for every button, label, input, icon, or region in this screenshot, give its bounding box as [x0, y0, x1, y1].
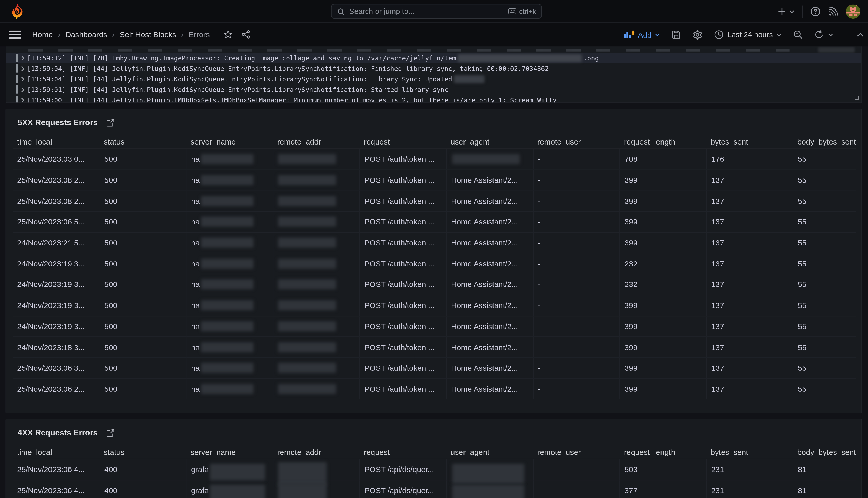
zoom-out-time-button[interactable]	[794, 30, 803, 40]
cell-remote-addr	[273, 379, 360, 399]
table-row[interactable]: 25/Nov/2023:06:4... 400 grafa POST /api/…	[13, 459, 856, 480]
dashboard-settings-button[interactable]	[693, 29, 703, 40]
column-header[interactable]: time_local	[13, 137, 99, 146]
expand-chevron-icon[interactable]	[21, 76, 24, 82]
cell-user-agent: Home Assistant/2...	[446, 170, 533, 190]
cell-user-agent: Home Assistant/2...	[446, 295, 533, 315]
menu-hamburger-icon[interactable]	[10, 30, 21, 39]
save-dashboard-button[interactable]	[672, 30, 681, 40]
panel-header[interactable]: 4XX Requests Errors	[6, 419, 861, 445]
breadcrumb: Home › Dashboards › Self Host Blocks › E…	[32, 30, 250, 39]
table-row[interactable]: 25/Nov/2023:06:4... 400 grafa POST /api/…	[13, 480, 856, 498]
column-header[interactable]: server_name	[186, 137, 273, 146]
column-header[interactable]: body_bytes_sent	[793, 447, 856, 456]
log-row[interactable]: [13:59:12] [INF] [70] Emby.Drawing.Image…	[6, 53, 861, 63]
cell-remote-user: -	[533, 170, 620, 190]
expand-chevron-icon[interactable]	[21, 97, 24, 103]
refresh-controls	[814, 30, 833, 40]
expand-chevron-icon[interactable]	[21, 66, 24, 71]
favorite-star-button[interactable]	[224, 30, 233, 39]
cell-time-local: 25/Nov/2023:06:5...	[13, 212, 99, 232]
log-row[interactable]: [13:59:01] [INF] [44] Jellyfin.Plugin.Ko…	[6, 84, 861, 95]
cell-request: POST /auth/token ...	[360, 233, 446, 253]
column-header[interactable]: remote_user	[533, 447, 620, 456]
breadcrumb-dashboards[interactable]: Dashboards	[65, 30, 107, 39]
column-header[interactable]: request_length	[620, 137, 706, 146]
column-header[interactable]: remote_addr	[273, 447, 360, 456]
panel-5xx-errors: 5XX Requests Errors time_localstatusserv…	[6, 108, 862, 413]
cell-status: 500	[99, 149, 186, 169]
column-header[interactable]: request_length	[620, 447, 706, 456]
external-link-icon[interactable]	[106, 118, 115, 127]
cell-request-length: 232	[620, 253, 706, 274]
cell-time-local: 25/Nov/2023:08:2...	[13, 170, 99, 190]
cell-body-bytes-sent: 81	[793, 459, 856, 480]
table-row[interactable]: 24/Nov/2023:18:3... 500 ha POST /auth/to…	[13, 337, 856, 358]
table-row[interactable]: 25/Nov/2023:08:2... 500 ha POST /auth/to…	[13, 170, 856, 191]
cell-server-name: ha	[186, 170, 273, 190]
column-header[interactable]: server_name	[186, 447, 273, 456]
cell-body-bytes-sent: 55	[793, 379, 856, 399]
panel-title[interactable]: 4XX Requests Errors	[18, 428, 97, 437]
log-row[interactable]: [13:59:04] [INF] [44] Jellyfin.Plugin.Ko…	[6, 74, 861, 84]
table-row[interactable]: 24/Nov/2023:19:3... 500 ha POST /auth/to…	[13, 295, 856, 316]
panel-header[interactable]: 5XX Requests Errors	[6, 109, 861, 134]
cell-remote-user: -	[533, 253, 620, 274]
breadcrumb-folder[interactable]: Self Host Blocks	[120, 30, 176, 39]
dashboard-canvas: [13:59:12] [INF] [70] Emby.Drawing.Image…	[0, 47, 868, 498]
column-header[interactable]: remote_addr	[273, 137, 360, 146]
table-row[interactable]: 24/Nov/2023:19:3... 500 ha POST /auth/to…	[13, 316, 856, 337]
cell-bytes-sent: 137	[706, 170, 793, 190]
column-header[interactable]: bytes_sent	[706, 137, 793, 146]
column-header[interactable]: user_agent	[446, 137, 533, 146]
table-row[interactable]: 25/Nov/2023:06:2... 500 ha POST /auth/to…	[13, 379, 856, 399]
table-row[interactable]: 24/Nov/2023:21:5... 500 ha POST /auth/to…	[13, 233, 856, 253]
cell-remote-addr	[273, 358, 360, 378]
column-header[interactable]: request	[360, 137, 446, 146]
help-button[interactable]	[811, 6, 820, 16]
new-plus-button[interactable]	[778, 7, 795, 15]
news-rss-button[interactable]	[828, 6, 838, 16]
expand-chevron-icon[interactable]	[21, 87, 24, 92]
table-row[interactable]: 24/Nov/2023:19:3... 500 ha POST /auth/to…	[13, 253, 856, 274]
column-header[interactable]: body_bytes_sent	[793, 137, 856, 146]
table-row[interactable]: 25/Nov/2023:06:5... 500 ha POST /auth/to…	[13, 212, 856, 233]
table-row[interactable]: 25/Nov/2023:06:3... 500 ha POST /auth/to…	[13, 358, 856, 379]
column-header[interactable]: status	[99, 447, 186, 456]
table-row[interactable]: 25/Nov/2023:03:0... 500 ha POST /auth/to…	[13, 149, 856, 170]
cell-server-name: ha	[186, 191, 273, 211]
cell-user-agent: Home Assistant/2...	[446, 316, 533, 336]
cell-server-name: ha	[186, 316, 273, 336]
log-level-bar	[16, 64, 18, 73]
external-link-icon[interactable]	[106, 429, 115, 437]
collapse-toolbar-button[interactable]	[857, 32, 864, 37]
user-avatar[interactable]	[846, 4, 860, 18]
add-panel-button[interactable]: Add	[624, 30, 660, 39]
chevron-right-icon: ›	[181, 30, 184, 39]
search-input[interactable]: Search or jump to... ctrl+k	[331, 4, 542, 19]
cell-status: 400	[99, 459, 186, 480]
column-header[interactable]: bytes_sent	[706, 447, 793, 456]
expand-chevron-icon[interactable]	[21, 55, 24, 61]
breadcrumb-home[interactable]: Home	[32, 30, 53, 39]
cell-time-local: 25/Nov/2023:06:2...	[13, 379, 99, 399]
grafana-logo-icon[interactable]	[11, 3, 25, 19]
log-row[interactable]: [13:59:04] [INF] [44] Jellyfin.Plugin.Ko…	[6, 63, 861, 74]
panel-resize-corner[interactable]	[854, 95, 859, 100]
log-row[interactable]: [13:59:00] [INF] [44] Jellyfin.Plugin.TM…	[6, 95, 861, 103]
cell-remote-addr	[273, 274, 360, 295]
table-row[interactable]: 25/Nov/2023:08:2... 500 ha POST /auth/to…	[13, 191, 856, 211]
panel-title[interactable]: 5XX Requests Errors	[18, 118, 97, 127]
column-header[interactable]: request	[360, 447, 446, 456]
column-header[interactable]: remote_user	[533, 137, 620, 146]
share-button[interactable]	[241, 30, 250, 39]
time-range-picker[interactable]: Last 24 hours	[714, 30, 782, 40]
refresh-interval-button[interactable]	[828, 33, 833, 36]
clock-icon	[714, 30, 723, 40]
cell-body-bytes-sent: 55	[793, 274, 856, 295]
table-row[interactable]: 24/Nov/2023:19:3... 500 ha POST /auth/to…	[13, 274, 856, 295]
column-header[interactable]: status	[99, 137, 186, 146]
column-header[interactable]: time_local	[13, 447, 99, 456]
column-header[interactable]: user_agent	[446, 447, 533, 456]
refresh-button[interactable]	[814, 30, 824, 40]
